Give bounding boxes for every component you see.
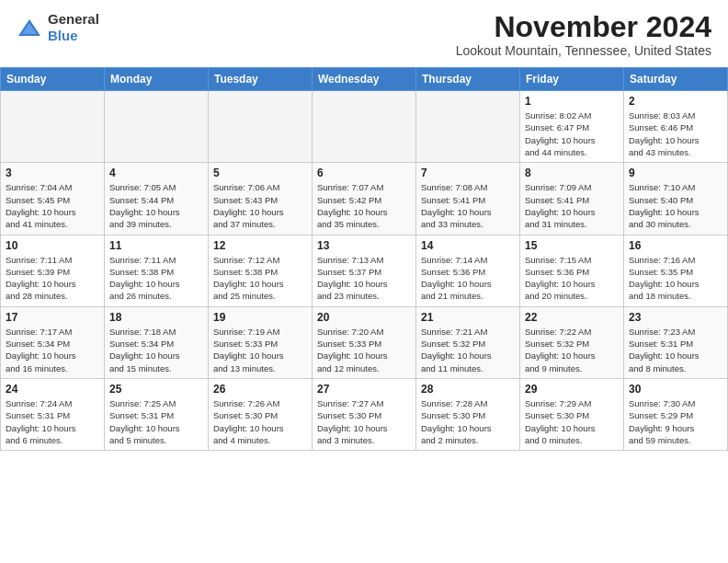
day-info: Sunrise: 7:09 AM Sunset: 5:41 PM Dayligh… (525, 181, 619, 230)
page-header: General Blue November 2024 Lookout Mount… (0, 0, 728, 62)
calendar-cell: 10Sunrise: 7:11 AM Sunset: 5:39 PM Dayli… (1, 235, 105, 306)
calendar-cell: 13Sunrise: 7:13 AM Sunset: 5:37 PM Dayli… (313, 235, 416, 306)
day-info: Sunrise: 7:27 AM Sunset: 5:30 PM Dayligh… (317, 397, 411, 446)
calendar-cell: 8Sunrise: 7:09 AM Sunset: 5:41 PM Daylig… (520, 163, 624, 235)
calendar-cell (416, 91, 520, 163)
day-info: Sunrise: 7:28 AM Sunset: 5:30 PM Dayligh… (421, 397, 515, 446)
calendar-cell: 12Sunrise: 7:12 AM Sunset: 5:38 PM Dayli… (209, 235, 313, 306)
calendar-cell: 18Sunrise: 7:18 AM Sunset: 5:34 PM Dayli… (105, 306, 209, 378)
day-info: Sunrise: 7:07 AM Sunset: 5:42 PM Dayligh… (317, 181, 411, 230)
calendar-row: 1Sunrise: 8:02 AM Sunset: 6:47 PM Daylig… (1, 91, 728, 163)
day-number: 16 (629, 239, 722, 252)
day-number: 1 (525, 95, 619, 108)
calendar-cell: 30Sunrise: 7:30 AM Sunset: 5:29 PM Dayli… (624, 378, 728, 450)
calendar-cell: 16Sunrise: 7:16 AM Sunset: 5:35 PM Dayli… (624, 235, 728, 306)
day-number: 22 (525, 311, 619, 324)
day-info: Sunrise: 7:18 AM Sunset: 5:34 PM Dayligh… (109, 326, 203, 374)
day-info: Sunrise: 7:05 AM Sunset: 5:44 PM Dayligh… (109, 181, 203, 230)
weekday-header: Tuesday (209, 68, 313, 91)
day-number: 28 (421, 383, 515, 396)
day-info: Sunrise: 7:22 AM Sunset: 5:32 PM Dayligh… (525, 326, 619, 374)
calendar-cell: 27Sunrise: 7:27 AM Sunset: 5:30 PM Dayli… (313, 378, 416, 450)
calendar-cell: 28Sunrise: 7:28 AM Sunset: 5:30 PM Dayli… (416, 378, 520, 450)
calendar-cell: 19Sunrise: 7:19 AM Sunset: 5:33 PM Dayli… (209, 306, 313, 378)
calendar-cell: 25Sunrise: 7:25 AM Sunset: 5:31 PM Dayli… (105, 378, 209, 450)
calendar-cell: 3Sunrise: 7:04 AM Sunset: 5:45 PM Daylig… (1, 163, 105, 235)
day-number: 8 (525, 167, 619, 179)
day-info: Sunrise: 7:21 AM Sunset: 5:32 PM Dayligh… (421, 326, 515, 374)
day-info: Sunrise: 7:17 AM Sunset: 5:34 PM Dayligh… (6, 326, 99, 374)
calendar-header-row: SundayMondayTuesdayWednesdayThursdayFrid… (1, 68, 728, 91)
day-info: Sunrise: 7:26 AM Sunset: 5:30 PM Dayligh… (213, 397, 307, 446)
day-info: Sunrise: 7:16 AM Sunset: 5:35 PM Dayligh… (629, 254, 722, 303)
day-number: 11 (109, 239, 203, 252)
day-number: 2 (629, 95, 722, 108)
day-number: 29 (525, 383, 619, 396)
day-number: 10 (6, 239, 99, 252)
calendar-cell: 6Sunrise: 7:07 AM Sunset: 5:42 PM Daylig… (313, 163, 416, 235)
day-info: Sunrise: 8:03 AM Sunset: 6:46 PM Dayligh… (629, 109, 722, 158)
day-number: 15 (525, 239, 619, 252)
calendar-row: 10Sunrise: 7:11 AM Sunset: 5:39 PM Dayli… (1, 235, 728, 306)
calendar-cell: 20Sunrise: 7:20 AM Sunset: 5:33 PM Dayli… (313, 306, 416, 378)
day-info: Sunrise: 7:13 AM Sunset: 5:37 PM Dayligh… (317, 254, 411, 303)
location-title: Lookout Mountain, Tennessee, United Stat… (456, 43, 711, 58)
calendar-cell: 26Sunrise: 7:26 AM Sunset: 5:30 PM Dayli… (209, 378, 313, 450)
day-number: 24 (6, 383, 99, 396)
day-number: 13 (317, 239, 411, 252)
calendar-cell: 4Sunrise: 7:05 AM Sunset: 5:44 PM Daylig… (105, 163, 209, 235)
day-info: Sunrise: 7:23 AM Sunset: 5:31 PM Dayligh… (629, 326, 722, 374)
day-number: 6 (317, 167, 411, 179)
calendar-row: 17Sunrise: 7:17 AM Sunset: 5:34 PM Dayli… (1, 306, 728, 378)
calendar-cell: 7Sunrise: 7:08 AM Sunset: 5:41 PM Daylig… (416, 163, 520, 235)
day-info: Sunrise: 7:04 AM Sunset: 5:45 PM Dayligh… (6, 181, 99, 230)
day-info: Sunrise: 7:10 AM Sunset: 5:40 PM Dayligh… (629, 181, 722, 230)
calendar-cell: 23Sunrise: 7:23 AM Sunset: 5:31 PM Dayli… (624, 306, 728, 378)
calendar-cell (1, 91, 105, 163)
day-info: Sunrise: 7:29 AM Sunset: 5:30 PM Dayligh… (525, 397, 619, 446)
logo-text: General Blue (48, 11, 99, 44)
day-info: Sunrise: 7:19 AM Sunset: 5:33 PM Dayligh… (213, 326, 307, 374)
weekday-header: Monday (105, 68, 209, 91)
logo: General Blue (17, 11, 99, 44)
day-number: 3 (6, 167, 99, 179)
day-number: 27 (317, 383, 411, 396)
day-info: Sunrise: 7:08 AM Sunset: 5:41 PM Dayligh… (421, 181, 515, 230)
day-info: Sunrise: 7:14 AM Sunset: 5:36 PM Dayligh… (421, 254, 515, 303)
day-info: Sunrise: 7:15 AM Sunset: 5:36 PM Dayligh… (525, 254, 619, 303)
day-info: Sunrise: 7:11 AM Sunset: 5:39 PM Dayligh… (6, 254, 99, 303)
day-number: 20 (317, 311, 411, 324)
calendar-table: SundayMondayTuesdayWednesdayThursdayFrid… (0, 67, 728, 451)
calendar-cell: 1Sunrise: 8:02 AM Sunset: 6:47 PM Daylig… (520, 91, 624, 163)
weekday-header: Wednesday (313, 68, 416, 91)
calendar-cell: 17Sunrise: 7:17 AM Sunset: 5:34 PM Dayli… (1, 306, 105, 378)
title-block: November 2024 Lookout Mountain, Tennesse… (456, 11, 711, 58)
calendar-cell: 15Sunrise: 7:15 AM Sunset: 5:36 PM Dayli… (520, 235, 624, 306)
calendar-cell (105, 91, 209, 163)
day-number: 7 (421, 167, 515, 179)
day-info: Sunrise: 7:11 AM Sunset: 5:38 PM Dayligh… (109, 254, 203, 303)
day-info: Sunrise: 7:30 AM Sunset: 5:29 PM Dayligh… (629, 397, 722, 446)
calendar-cell: 11Sunrise: 7:11 AM Sunset: 5:38 PM Dayli… (105, 235, 209, 306)
logo-general: General (48, 11, 99, 27)
calendar-row: 24Sunrise: 7:24 AM Sunset: 5:31 PM Dayli… (1, 378, 728, 450)
day-info: Sunrise: 7:12 AM Sunset: 5:38 PM Dayligh… (213, 254, 307, 303)
logo-icon (17, 17, 42, 38)
weekday-header: Saturday (624, 68, 728, 91)
calendar-cell: 2Sunrise: 8:03 AM Sunset: 6:46 PM Daylig… (624, 91, 728, 163)
day-info: Sunrise: 7:25 AM Sunset: 5:31 PM Dayligh… (109, 397, 203, 446)
calendar-cell: 5Sunrise: 7:06 AM Sunset: 5:43 PM Daylig… (209, 163, 313, 235)
day-number: 19 (213, 311, 307, 324)
day-info: Sunrise: 7:24 AM Sunset: 5:31 PM Dayligh… (6, 397, 99, 446)
calendar-cell (209, 91, 313, 163)
day-number: 30 (629, 383, 722, 396)
calendar-cell (313, 91, 416, 163)
calendar-cell: 14Sunrise: 7:14 AM Sunset: 5:36 PM Dayli… (416, 235, 520, 306)
day-number: 18 (109, 311, 203, 324)
weekday-header: Friday (520, 68, 624, 91)
month-title: November 2024 (456, 11, 711, 43)
day-number: 14 (421, 239, 515, 252)
logo-blue: Blue (48, 28, 78, 43)
day-number: 9 (629, 167, 722, 179)
calendar-row: 3Sunrise: 7:04 AM Sunset: 5:45 PM Daylig… (1, 163, 728, 235)
